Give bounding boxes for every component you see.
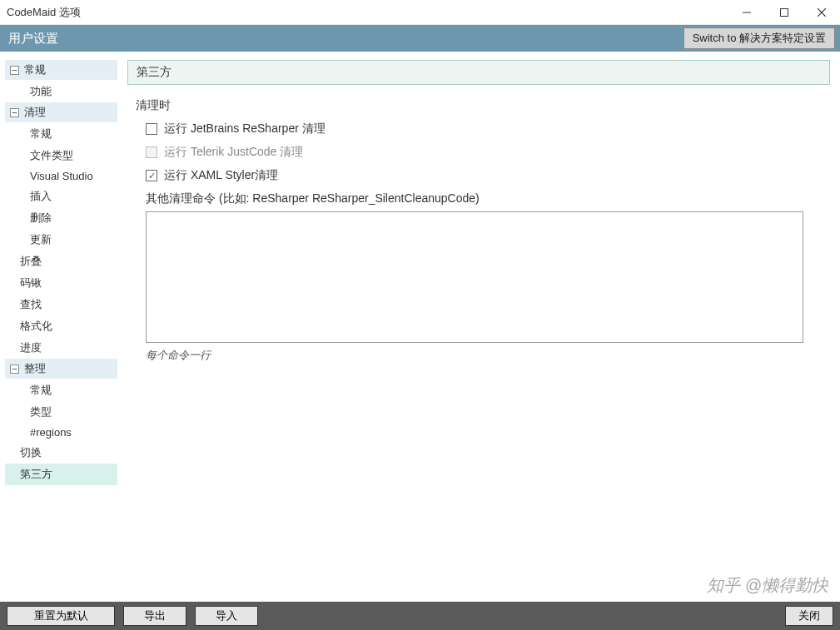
checkbox-icon	[146, 146, 157, 158]
checkbox-label: 运行 Telerik JustCode 清理	[164, 145, 303, 160]
footer-bar: 重置为默认 导出 导入 关闭	[0, 602, 840, 630]
content-pane: 第三方 清理时 运行 JetBrains ReSharper 清理 运行 Tel…	[121, 52, 840, 602]
window-title: CodeMaid 选项	[7, 5, 728, 20]
sidebar-item-organize-general[interactable]: 常规	[5, 379, 117, 401]
sidebar-item-cleanup-general[interactable]: 常规	[5, 123, 117, 145]
sidebar-group-label: 常规	[24, 62, 46, 77]
close-button[interactable]	[803, 0, 840, 25]
checkbox-label: 运行 XAML Styler清理	[164, 168, 278, 183]
switch-solution-settings-button[interactable]: Switch to 解决方案特定设置	[683, 27, 835, 49]
sidebar-item-visual-studio[interactable]: Visual Studio	[5, 166, 117, 186]
sidebar-item-insert[interactable]: 插入	[5, 186, 117, 207]
checkbox-row-resharper[interactable]: 运行 JetBrains ReSharper 清理	[146, 122, 830, 136]
sidebar-item-delete[interactable]: 删除	[5, 207, 117, 229]
collapse-icon: −	[10, 108, 19, 117]
header-title: 用户设置	[8, 31, 683, 47]
minimize-button[interactable]	[728, 0, 765, 25]
group-label-cleanup: 清理时	[136, 98, 830, 113]
svg-rect-1	[780, 8, 788, 16]
checkbox-label: 运行 JetBrains ReSharper 清理	[164, 122, 326, 136]
sidebar: − 常规 功能 − 清理 常规 文件类型 Visual Studio 插入 删除…	[0, 52, 121, 602]
hint-text: 每个命令一行	[146, 348, 830, 363]
sidebar-item-spade[interactable]: 码锹	[5, 272, 117, 294]
collapse-icon: −	[10, 66, 19, 75]
checkbox-icon[interactable]	[146, 123, 157, 135]
sidebar-item-file-types[interactable]: 文件类型	[5, 145, 117, 166]
sidebar-item-find[interactable]: 查找	[5, 294, 117, 315]
sidebar-item-features[interactable]: 功能	[5, 81, 117, 102]
checkbox-icon[interactable]: ✓	[146, 170, 157, 181]
maximize-button[interactable]	[765, 0, 803, 25]
reset-defaults-button[interactable]: 重置为默认	[7, 606, 115, 626]
checkbox-row-justcode: 运行 Telerik JustCode 清理	[146, 145, 830, 160]
sidebar-item-thirdparty[interactable]: 第三方	[5, 464, 117, 485]
sidebar-group-organize[interactable]: − 整理	[5, 359, 117, 379]
export-button[interactable]: 导出	[123, 606, 186, 626]
sidebar-item-types[interactable]: 类型	[5, 401, 117, 423]
sidebar-item-switch[interactable]: 切换	[5, 442, 117, 464]
import-button[interactable]: 导入	[195, 606, 258, 626]
other-commands-label: 其他清理命令 (比如: ReSharper ReSharper_SilentCl…	[146, 191, 830, 206]
titlebar: CodeMaid 选项	[0, 0, 840, 25]
sidebar-item-update[interactable]: 更新	[5, 229, 117, 251]
sidebar-item-collapse[interactable]: 折叠	[5, 251, 117, 272]
sidebar-item-progress[interactable]: 进度	[5, 337, 117, 359]
sidebar-item-regions[interactable]: #regions	[5, 423, 117, 442]
section-title: 第三方	[127, 60, 830, 85]
close-dialog-button[interactable]: 关闭	[785, 606, 833, 626]
sidebar-group-label: 整理	[24, 361, 46, 376]
sidebar-item-format[interactable]: 格式化	[5, 315, 117, 337]
sidebar-group-label: 清理	[24, 105, 46, 120]
collapse-icon: −	[10, 365, 19, 374]
other-commands-input[interactable]	[146, 211, 803, 343]
sidebar-group-cleanup[interactable]: − 清理	[5, 102, 117, 122]
header-bar: 用户设置 Switch to 解决方案特定设置	[0, 25, 840, 52]
sidebar-group-general[interactable]: − 常规	[5, 60, 117, 80]
checkbox-row-xamlstyler[interactable]: ✓ 运行 XAML Styler清理	[146, 168, 830, 183]
